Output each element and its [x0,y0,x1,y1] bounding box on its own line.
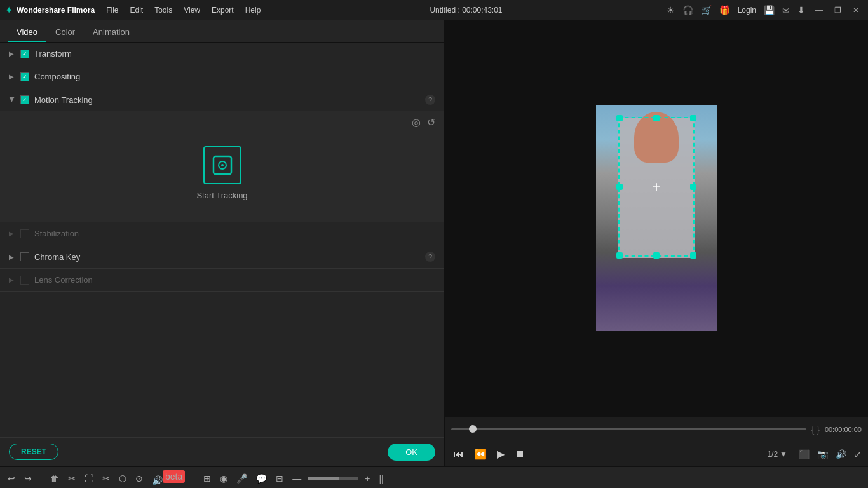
captions-icon[interactable]: 💬 [254,472,269,485]
volume-icon[interactable]: 🔊 [836,449,846,459]
tab-animation[interactable]: Animation [84,24,139,42]
mail-icon[interactable]: ✉ [782,5,790,15]
prev-frame-button[interactable]: ⏪ [471,447,489,461]
motion-tracking-check[interactable]: ✓ [20,95,29,104]
crop-icon[interactable]: ⛶ [82,472,96,485]
bottom-bar: RESET OK [0,437,444,466]
motion-track-icon[interactable]: ◉ [217,472,230,485]
stabilization-header[interactable]: ▶ Stabilization [0,222,444,245]
compositing-label: Compositing [34,72,435,81]
title-icons: ☀ 🎧 🛒 🎁 Login 💾 ✉ ⬇ [667,5,805,15]
tracking-svg [211,154,234,177]
stop-button[interactable]: ⏹ [512,447,527,461]
compositing-header[interactable]: ▶ ✓ Compositing [0,65,444,88]
menu-edit[interactable]: Edit [125,4,148,17]
close-button[interactable]: ✕ [849,4,863,16]
menu-file[interactable]: File [101,4,123,17]
titlebar: ✦ Wondershare Filmora File Edit Tools Vi… [0,0,868,20]
fit-icon[interactable]: || [376,472,386,485]
menu-tools[interactable]: Tools [149,4,177,17]
mt-reset-icon[interactable]: ↺ [427,116,435,128]
split-icon[interactable]: ✂ [100,472,112,485]
cut-icon[interactable]: ✂ [65,472,78,485]
ok-button[interactable]: OK [388,444,435,461]
lens-correction-header[interactable]: ▶ Lens Correction [0,269,444,291]
transform-label: Transform [34,49,435,58]
tab-color[interactable]: Color [46,24,84,42]
logo-icon: ✦ [5,5,13,15]
chroma-key-header[interactable]: ▶ Chroma Key ? [0,245,444,268]
timeline-toolbar: ↩ ↪ 🗑 ✂ ⛶ ✂ ⬡ ⊙ 🔊beta ⊞ ◉ 🎤 💬 ⊟ — + || [0,467,868,488]
stabilization-check[interactable] [20,229,29,238]
audio-icon[interactable]: 🔊beta [149,470,187,487]
voice-icon[interactable]: 🎤 [234,472,250,485]
svg-point-2 [221,164,224,166]
compositing-arrow: ▶ [9,73,15,80]
motion-tracking-help[interactable]: ? [425,95,435,105]
expand-icon[interactable]: ⤢ [854,449,862,459]
lens-correction-arrow: ▶ [9,276,15,283]
stabilize-icon[interactable]: ⊞ [201,472,214,485]
stabilization-arrow: ▶ [9,230,15,237]
effects-icon[interactable]: ⬡ [116,472,129,485]
chroma-key-arrow: ▶ [9,254,15,261]
motion-tracking-body: ◎ ↺ Start Tracking [0,111,444,222]
reset-button[interactable]: RESET [9,444,58,460]
main-area: Video Color Animation ▶ ✓ Transform ▶ ✓ … [0,20,868,466]
fullscreen-icon[interactable]: ⬛ [799,449,810,459]
menu-help[interactable]: Help [240,4,266,17]
undo-icon[interactable]: ↩ [5,472,18,485]
lens-correction-section: ▶ Lens Correction [0,269,444,292]
mt-toolbar: ◎ ↺ [9,116,435,128]
stabilization-label: Stabilization [34,229,435,238]
motion-tracking-section: ▶ ✓ Motion Tracking ? ◎ ↺ [0,88,444,222]
redo-icon[interactable]: ↪ [22,472,34,485]
right-panel: + { } 00:00:00:00 ⏮ ⏪ ▶ ⏹ 1/2 ▼ ⬛ 📷 [445,20,868,466]
speed-icon[interactable]: ⊙ [133,472,146,485]
menubar: File Edit Tools View Export Help [101,4,266,17]
trim-icon[interactable]: ⊟ [273,472,286,485]
lens-correction-check[interactable] [20,276,29,285]
chroma-key-help[interactable]: ? [425,252,435,262]
tab-video[interactable]: Video [8,24,46,42]
gift-icon[interactable]: 🎁 [719,5,730,15]
delete-icon[interactable]: 🗑 [48,472,62,485]
minimize-button[interactable]: — [811,4,827,16]
motion-tracking-header[interactable]: ▶ ✓ Motion Tracking ? [0,88,444,111]
window-controls: — ❐ ✕ [811,4,863,16]
menu-export[interactable]: Export [207,4,239,17]
motion-tracking-arrow: ▶ [9,97,16,103]
playback-right-icons: ⬛ 📷 🔊 ⤢ [799,449,862,459]
transform-section: ▶ ✓ Transform [0,43,444,65]
timeline: ↩ ↪ 🗑 ✂ ⛶ ✂ ⬡ ⊙ 🔊beta ⊞ ◉ 🎤 💬 ⊟ — + || ≡… [0,466,868,488]
menu-view[interactable]: View [179,4,205,17]
compositing-check[interactable]: ✓ [20,72,29,81]
skip-back-button[interactable]: ⏮ [451,447,466,461]
chroma-key-check[interactable] [20,252,29,261]
login-button[interactable]: Login [738,6,756,15]
properties-panel: ▶ ✓ Transform ▶ ✓ Compositing ▶ ✓ Motion [0,43,444,437]
zoom-out-icon[interactable]: — [290,472,304,485]
start-tracking-label[interactable]: Start Tracking [196,191,247,200]
maximize-button[interactable]: ❐ [831,4,845,16]
timeline-slider[interactable] [451,428,806,430]
save-icon[interactable]: 💾 [764,5,775,15]
app-logo: ✦ Wondershare Filmora [5,5,95,15]
mt-eye-icon[interactable]: ◎ [412,116,421,128]
slider-thumb[interactable] [469,425,477,433]
tab-bar: Video Color Animation [0,20,444,43]
brightness-icon[interactable]: ☀ [667,5,675,15]
playback-scale[interactable]: 1/2 ▼ [767,450,787,459]
scale-dropdown-icon[interactable]: ▼ [780,450,787,459]
start-tracking-icon[interactable] [203,146,241,184]
play-button[interactable]: ▶ [494,447,507,461]
mt-center: Start Tracking [9,133,435,213]
shop-icon[interactable]: 🛒 [701,5,712,15]
zoom-in-icon[interactable]: + [362,472,372,485]
transform-check[interactable]: ✓ [20,50,29,58]
snapshot-icon[interactable]: 📷 [817,449,828,459]
transform-header[interactable]: ▶ ✓ Transform [0,43,444,65]
headset-icon[interactable]: 🎧 [682,5,693,15]
download-icon[interactable]: ⬇ [797,5,805,15]
preview-area: + [445,20,868,416]
